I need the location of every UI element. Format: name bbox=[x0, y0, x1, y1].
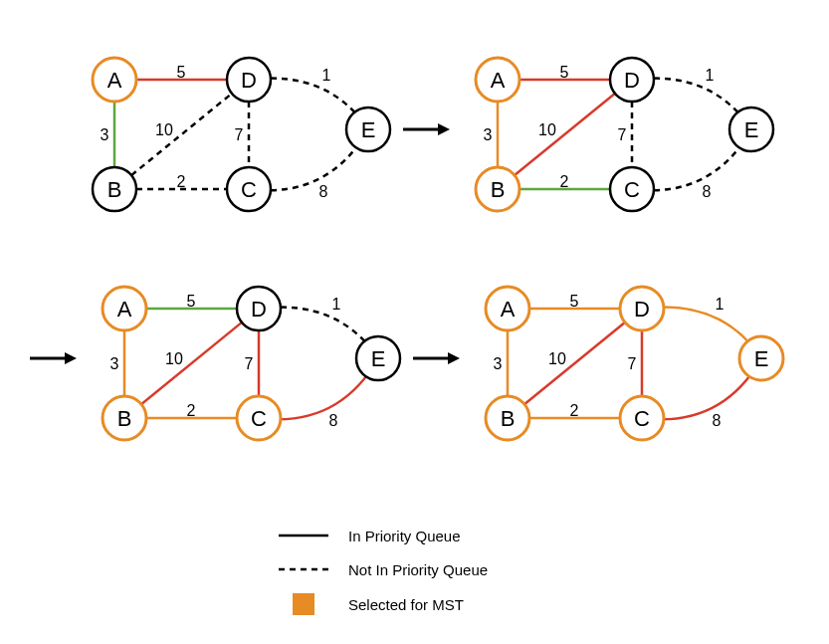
weight-BD: 10 bbox=[548, 350, 566, 367]
weight-DC: 7 bbox=[245, 355, 254, 372]
label-B: B bbox=[501, 406, 516, 431]
label-D: D bbox=[241, 68, 257, 93]
label-A: A bbox=[491, 68, 506, 93]
arrow-3 bbox=[413, 352, 460, 364]
weight-AB: 3 bbox=[101, 126, 109, 143]
weight-AD: 5 bbox=[187, 293, 196, 310]
label-C: C bbox=[634, 406, 650, 431]
weight-AD: 5 bbox=[560, 64, 569, 81]
step-1: 5 1 3 10 7 2 8 A B C D E bbox=[93, 58, 390, 211]
weight-DC: 7 bbox=[235, 126, 244, 143]
label-A: A bbox=[107, 68, 122, 93]
label-B: B bbox=[491, 177, 506, 202]
weight-BD: 10 bbox=[538, 121, 556, 138]
label-D: D bbox=[251, 297, 267, 322]
weight-AD: 5 bbox=[570, 293, 579, 310]
svg-marker-1 bbox=[438, 123, 450, 135]
label-D: D bbox=[624, 68, 640, 93]
weight-DC: 7 bbox=[618, 126, 627, 143]
mst-diagram: 5 1 3 10 7 2 8 A B C D E 5 1 3 10 7 2 8 … bbox=[0, 0, 829, 644]
weight-BC: 2 bbox=[187, 402, 196, 419]
weight-AB: 3 bbox=[484, 126, 493, 143]
label-B: B bbox=[107, 177, 122, 202]
step-3: 5 1 3 10 7 2 8 A B C D E bbox=[103, 287, 400, 440]
weight-CE: 8 bbox=[703, 183, 712, 200]
weight-BC: 2 bbox=[570, 402, 579, 419]
svg-marker-5 bbox=[448, 352, 460, 364]
weight-AD: 5 bbox=[177, 64, 186, 81]
weight-BC: 2 bbox=[560, 173, 569, 190]
legend-selected: Selected for MST bbox=[348, 596, 464, 613]
weight-DE: 1 bbox=[716, 296, 725, 313]
step-4: 5 1 3 10 7 2 8 A B C D E bbox=[486, 287, 783, 440]
weight-AB: 3 bbox=[494, 355, 503, 372]
label-A: A bbox=[117, 297, 132, 322]
label-C: C bbox=[241, 177, 257, 202]
legend: In Priority Queue Not In Priority Queue … bbox=[279, 528, 488, 616]
weight-CE: 8 bbox=[713, 412, 722, 429]
weight-CE: 8 bbox=[319, 183, 328, 200]
label-E: E bbox=[754, 346, 769, 371]
label-A: A bbox=[501, 297, 516, 322]
label-E: E bbox=[361, 117, 376, 142]
svg-marker-3 bbox=[65, 352, 77, 364]
label-C: C bbox=[251, 406, 267, 431]
label-C: C bbox=[624, 177, 640, 202]
label-B: B bbox=[117, 406, 132, 431]
legend-in-queue: In Priority Queue bbox=[348, 528, 461, 544]
legend-not-in-queue: Not In Priority Queue bbox=[348, 561, 488, 578]
weight-DE: 1 bbox=[332, 296, 341, 313]
label-E: E bbox=[371, 346, 386, 371]
weight-DE: 1 bbox=[706, 67, 715, 84]
arrow-2 bbox=[30, 352, 77, 364]
arrow-1 bbox=[403, 123, 450, 135]
weight-BD: 10 bbox=[155, 121, 173, 138]
step-2: 5 1 3 10 7 2 8 A B C D E bbox=[476, 58, 773, 211]
weight-DC: 7 bbox=[628, 355, 637, 372]
label-D: D bbox=[634, 297, 650, 322]
weight-CE: 8 bbox=[329, 412, 338, 429]
weight-BD: 10 bbox=[165, 350, 183, 367]
weight-AB: 3 bbox=[110, 355, 119, 372]
weight-BC: 2 bbox=[177, 173, 186, 190]
weight-DE: 1 bbox=[322, 67, 331, 84]
label-E: E bbox=[744, 117, 759, 142]
legend-selected-icon bbox=[293, 593, 314, 615]
